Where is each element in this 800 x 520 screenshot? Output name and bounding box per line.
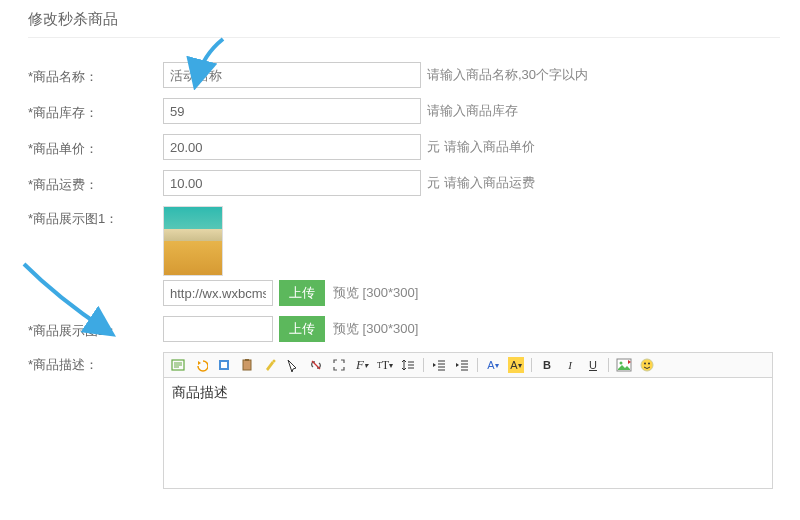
bold-icon[interactable]: B — [539, 357, 555, 373]
label-image2: *商品展示图2： — [28, 318, 163, 340]
italic-icon[interactable]: I — [562, 357, 578, 373]
paste-icon[interactable] — [239, 357, 255, 373]
editor-body[interactable]: 商品描述 — [164, 378, 772, 488]
svg-rect-3 — [243, 360, 251, 370]
redo-icon[interactable] — [216, 357, 232, 373]
page-title: 修改秒杀商品 — [28, 10, 780, 38]
hint-price: 元 请输入商品单价 — [427, 138, 535, 156]
product-name-input[interactable] — [163, 62, 421, 88]
image2-upload-button[interactable]: 上传 — [279, 316, 325, 342]
underline-icon[interactable]: U — [585, 357, 601, 373]
fontfamily-icon[interactable]: F▾ — [354, 357, 370, 373]
clearformat-icon[interactable] — [262, 357, 278, 373]
forecolor-icon[interactable]: A▾ — [485, 357, 501, 373]
indent-icon[interactable] — [454, 357, 470, 373]
image1-upload-button[interactable]: 上传 — [279, 280, 325, 306]
emoji-icon[interactable] — [639, 357, 655, 373]
label-name: *商品名称： — [28, 64, 163, 86]
svg-point-8 — [641, 359, 653, 371]
hint-shipping: 元 请输入商品运费 — [427, 174, 535, 192]
label-desc: *商品描述： — [28, 352, 163, 374]
lineheight-icon[interactable] — [400, 357, 416, 373]
fullscreen-icon[interactable] — [331, 357, 347, 373]
svg-point-10 — [648, 363, 650, 365]
svg-rect-4 — [245, 359, 249, 361]
undo-icon[interactable] — [193, 357, 209, 373]
image2-url-input[interactable] — [163, 316, 273, 342]
image1-preview-hint: 预览 [300*300] — [333, 284, 418, 302]
hint-name: 请输入商品名称,30个字以内 — [427, 66, 588, 84]
image2-preview-hint: 预览 [300*300] — [333, 320, 418, 338]
rich-editor: F▾ TT▾ A▾ A▾ B I U 商品描述 — [163, 352, 773, 489]
selectall-icon[interactable] — [285, 357, 301, 373]
outdent-icon[interactable] — [431, 357, 447, 373]
image1-url-input[interactable] — [163, 280, 273, 306]
svg-point-5 — [273, 360, 276, 363]
svg-rect-2 — [221, 362, 227, 368]
svg-point-9 — [644, 363, 646, 365]
fontsize-icon[interactable]: TT▾ — [377, 357, 393, 373]
unlink-icon[interactable] — [308, 357, 324, 373]
label-stock: *商品库存： — [28, 100, 163, 122]
label-price: *商品单价： — [28, 136, 163, 158]
editor-toolbar: F▾ TT▾ A▾ A▾ B I U — [164, 353, 772, 378]
label-image1: *商品展示图1： — [28, 206, 163, 228]
image-icon[interactable] — [616, 357, 632, 373]
backcolor-icon[interactable]: A▾ — [508, 357, 524, 373]
product-stock-input[interactable] — [163, 98, 421, 124]
product-shipping-input[interactable] — [163, 170, 421, 196]
svg-point-7 — [620, 362, 623, 365]
product-price-input[interactable] — [163, 134, 421, 160]
label-shipping: *商品运费： — [28, 172, 163, 194]
source-icon[interactable] — [170, 357, 186, 373]
image1-thumb[interactable] — [163, 206, 223, 276]
hint-stock: 请输入商品库存 — [427, 102, 518, 120]
